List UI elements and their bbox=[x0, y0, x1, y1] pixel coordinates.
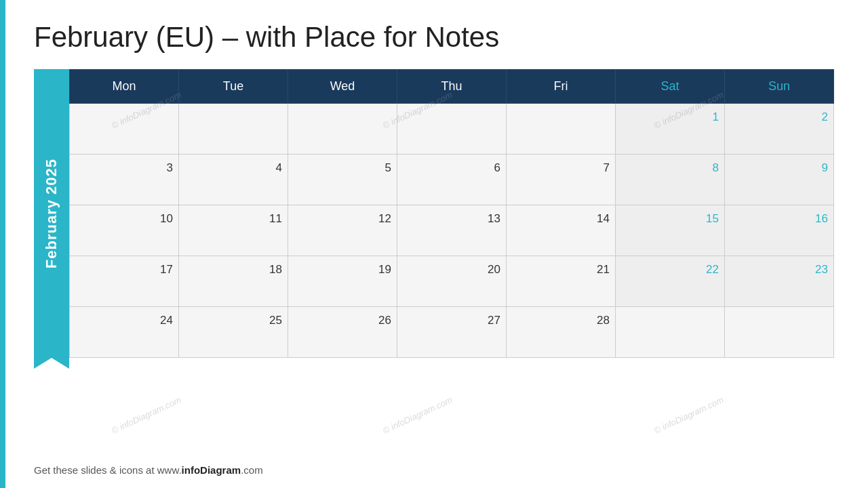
calendar-cell bbox=[616, 307, 725, 358]
day-number: 15 bbox=[621, 209, 719, 226]
day-number: 16 bbox=[730, 209, 828, 226]
calendar-cell bbox=[70, 104, 179, 155]
watermark: © infoDiagram.com bbox=[110, 394, 182, 436]
footer-brand: infoDiagram bbox=[182, 464, 241, 476]
calendar-cell: 28 bbox=[507, 307, 616, 358]
day-number: 6 bbox=[403, 159, 500, 175]
col-header-tue: Tue bbox=[179, 70, 288, 104]
day-number: 19 bbox=[294, 260, 391, 277]
calendar-cell: 5 bbox=[288, 155, 397, 205]
day-number: 23 bbox=[730, 260, 828, 277]
calendar-week-row: 2425262728 bbox=[70, 307, 834, 358]
calendar-cell bbox=[288, 104, 397, 155]
calendar-cell: 17 bbox=[70, 256, 179, 307]
calendar-cell: 14 bbox=[507, 205, 616, 256]
calendar-week-row: 17181920212223 bbox=[70, 256, 834, 307]
day-number: 8 bbox=[621, 159, 719, 175]
watermark: © infoDiagram.com bbox=[652, 394, 725, 436]
calendar-cell: 10 bbox=[70, 205, 179, 256]
calendar-cell: 20 bbox=[397, 256, 507, 307]
day-number: 3 bbox=[75, 159, 173, 175]
col-header-thu: Thu bbox=[397, 70, 507, 104]
col-header-sun: Sun bbox=[725, 70, 834, 104]
calendar-cell bbox=[397, 104, 507, 155]
day-number: 1 bbox=[621, 108, 719, 124]
page: February (EU) – with Place for Notes Feb… bbox=[0, 0, 868, 488]
calendar-cell: 11 bbox=[179, 205, 288, 256]
day-number: 24 bbox=[75, 311, 173, 327]
accent-bar bbox=[0, 0, 5, 488]
col-header-sat: Sat bbox=[616, 70, 725, 104]
day-number: 13 bbox=[403, 209, 500, 226]
calendar-cell: 24 bbox=[70, 307, 179, 358]
day-number: 4 bbox=[184, 159, 282, 175]
calendar-week-row: 3456789 bbox=[70, 155, 834, 205]
footer-suffix: .com bbox=[241, 464, 263, 476]
calendar-cell: 22 bbox=[616, 256, 725, 307]
calendar-cell: 12 bbox=[288, 205, 397, 256]
calendar-cell bbox=[179, 104, 288, 155]
calendar-wrapper: February 2025 Mon Tue Wed Thu Fri Sat Su… bbox=[34, 69, 834, 358]
day-number: 27 bbox=[403, 311, 500, 327]
watermark: © infoDiagram.com bbox=[381, 394, 454, 436]
day-number: 25 bbox=[184, 311, 282, 327]
day-number: 11 bbox=[184, 209, 282, 226]
calendar-cell: 4 bbox=[179, 155, 288, 205]
calendar-cell: 18 bbox=[179, 256, 288, 307]
calendar-cell bbox=[507, 104, 616, 155]
day-number: 14 bbox=[512, 209, 610, 226]
calendar-cell: 15 bbox=[616, 205, 725, 256]
col-header-mon: Mon bbox=[70, 70, 179, 104]
calendar-cell: 21 bbox=[507, 256, 616, 307]
day-number: 17 bbox=[75, 260, 173, 277]
calendar-cell bbox=[725, 307, 834, 358]
month-label: February 2025 bbox=[43, 159, 60, 268]
calendar-cell: 27 bbox=[397, 307, 507, 358]
day-number: 26 bbox=[294, 311, 391, 327]
calendar-cell: 23 bbox=[725, 256, 834, 307]
calendar-body: 1234567891011121314151617181920212223242… bbox=[70, 104, 834, 358]
calendar-cell: 16 bbox=[725, 205, 834, 256]
footer: Get these slides & icons at www.infoDiag… bbox=[34, 464, 841, 476]
calendar-cell: 6 bbox=[397, 155, 507, 205]
calendar-cell: 7 bbox=[507, 155, 616, 205]
calendar-cell: 1 bbox=[616, 104, 725, 155]
page-title: February (EU) – with Place for Notes bbox=[34, 20, 841, 54]
calendar-cell: 8 bbox=[616, 155, 725, 205]
calendar-table: Mon Tue Wed Thu Fri Sat Sun 123456789101… bbox=[69, 69, 834, 358]
month-ribbon: February 2025 bbox=[34, 69, 69, 358]
calendar-cell: 2 bbox=[725, 104, 834, 155]
day-number: 9 bbox=[730, 159, 828, 175]
calendar-week-row: 10111213141516 bbox=[70, 205, 834, 256]
day-number: 7 bbox=[512, 159, 610, 175]
calendar-cell: 25 bbox=[179, 307, 288, 358]
day-number: 22 bbox=[621, 260, 719, 277]
day-number: 10 bbox=[75, 209, 173, 226]
calendar-week-row: 12 bbox=[70, 104, 834, 155]
footer-prefix: Get these slides & icons at www. bbox=[34, 464, 182, 476]
day-number: 2 bbox=[730, 108, 828, 124]
calendar-cell: 19 bbox=[288, 256, 397, 307]
calendar-cell: 3 bbox=[70, 155, 179, 205]
calendar-cell: 13 bbox=[397, 205, 507, 256]
day-number: 5 bbox=[294, 159, 391, 175]
day-number: 28 bbox=[512, 311, 610, 327]
day-number: 20 bbox=[403, 260, 500, 277]
calendar-cell: 9 bbox=[725, 155, 834, 205]
calendar-cell: 26 bbox=[288, 307, 397, 358]
day-number: 18 bbox=[184, 260, 282, 277]
calendar-header-row: Mon Tue Wed Thu Fri Sat Sun bbox=[70, 70, 834, 104]
col-header-wed: Wed bbox=[288, 70, 397, 104]
day-number: 12 bbox=[294, 209, 391, 226]
day-number: 21 bbox=[512, 260, 610, 277]
col-header-fri: Fri bbox=[507, 70, 616, 104]
